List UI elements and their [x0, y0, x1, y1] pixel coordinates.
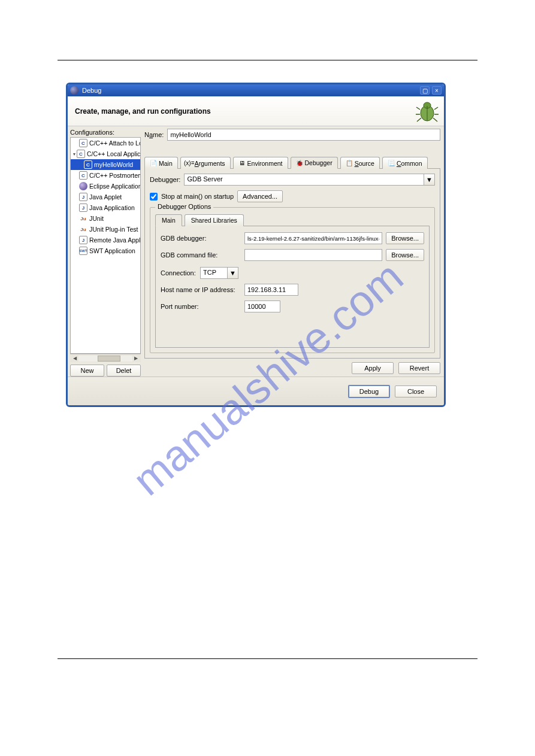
tree-item-myhelloworld[interactable]: C myHelloWorld [71, 159, 140, 170]
tree-horizontal-scrollbar[interactable]: ◀ ▶ [70, 354, 141, 362]
svg-line-7 [433, 118, 437, 122]
inner-tab-main[interactable]: Main [155, 214, 182, 226]
page-bottom-rule [58, 658, 477, 659]
debugger-select[interactable]: GDB Server ▼ [184, 174, 435, 186]
left-panel: Configurations: C C/C++ Attach to Lo ▾ C… [68, 126, 143, 377]
tree-item-c-local[interactable]: ▾ C C/C++ Local Applic [71, 148, 140, 159]
maximize-button[interactable]: ▢ [420, 86, 430, 95]
delete-button[interactable]: Delet [107, 365, 141, 377]
gdb-cmdfile-input[interactable] [244, 249, 382, 261]
tree-item-label: myHelloWorld [94, 161, 133, 168]
page-top-rule [58, 60, 477, 60]
tree-item-label: JUnit Plug-in Test [89, 226, 138, 233]
header: Create, manage, and run configurations [68, 96, 444, 126]
c-file-icon: C [79, 139, 87, 147]
host-label: Host name or IP address: [161, 286, 241, 293]
expander-icon[interactable]: ▾ [73, 151, 75, 157]
tab-common[interactable]: 📃 Common [382, 157, 428, 169]
tab-arguments[interactable]: (x)= Arguments [180, 157, 231, 169]
tree-item-c-attach[interactable]: C C/C++ Attach to Lo [71, 138, 140, 148]
close-window-button[interactable]: × [432, 86, 442, 95]
debugger-options-group: Debugger Options Main Shared Libraries G… [150, 207, 435, 353]
scroll-track[interactable] [78, 356, 132, 362]
tree-item-label: C/C++ Local Applic [87, 150, 140, 157]
gdb-debugger-label: GDB debugger: [161, 235, 241, 242]
tree-item-label: SWT Application [89, 247, 135, 254]
connection-select[interactable]: TCP ▼ [200, 267, 238, 279]
tree-item-java-applet[interactable]: J Java Applet [71, 192, 140, 202]
svg-line-6 [417, 118, 421, 122]
chevron-down-icon[interactable]: ▼ [424, 174, 434, 185]
dialog-footer: Debug Close [68, 377, 444, 405]
body: Configurations: C C/C++ Attach to Lo ▾ C… [68, 126, 444, 377]
tree-item-label: Remote Java Applic [89, 236, 141, 244]
c-file-icon: C [79, 171, 87, 180]
advanced-button[interactable]: Advanced... [237, 190, 283, 202]
header-title: Create, manage, and run configurations [75, 107, 211, 116]
gdb-cmdfile-label: GDB command file: [161, 251, 241, 259]
tree-item-label: C/C++ Attach to Lo [89, 139, 141, 147]
tab-debugger[interactable]: 🐞 Debugger [291, 157, 338, 169]
debugger-label: Debugger: [150, 176, 180, 183]
port-label: Port number: [161, 303, 241, 310]
scroll-thumb[interactable] [98, 356, 120, 362]
java-applet-icon: J [79, 193, 87, 201]
common-tab-icon: 📃 [388, 160, 395, 167]
junit-plugin-icon: Ju [79, 225, 87, 233]
tree-item-junit[interactable]: Ju JUnit [71, 213, 140, 224]
tree-item-label: JUnit [89, 215, 104, 222]
debugger-options-tabs: Main Shared Libraries [155, 214, 430, 226]
junit-icon: Ju [79, 214, 87, 223]
chevron-down-icon[interactable]: ▼ [227, 268, 238, 278]
tree-item-c-postmortem[interactable]: C C/C++ Postmortem [71, 170, 140, 181]
svg-line-2 [416, 107, 420, 110]
configurations-label: Configurations: [70, 129, 141, 136]
titlebar[interactable]: Debug ▢ × [68, 84, 444, 96]
window-title: Debug [82, 87, 101, 94]
environment-tab-icon: 🖥 [238, 160, 246, 167]
debugger-tab-content: Debugger: GDB Server ▼ Stop at main() on… [144, 169, 440, 359]
eclipse-icon [70, 86, 78, 95]
gdb-debugger-input[interactable] [244, 232, 382, 244]
tree-item-label: Eclipse Application [89, 183, 141, 190]
revert-button[interactable]: Revert [398, 362, 440, 374]
stop-at-main-checkbox[interactable] [150, 193, 158, 201]
bug-icon [415, 99, 439, 123]
java-app-icon: J [79, 204, 87, 212]
gdb-debugger-browse-button[interactable]: Browse... [386, 232, 424, 244]
tree-item-eclipse-app[interactable]: Eclipse Application [71, 181, 140, 192]
debug-button[interactable]: Debug [348, 385, 390, 398]
configurations-tree[interactable]: C C/C++ Attach to Lo ▾ C C/C++ Local App… [70, 137, 141, 354]
c-file-icon: C [77, 150, 85, 158]
tree-item-swt[interactable]: SWT SWT Application [71, 245, 140, 256]
host-input[interactable] [244, 284, 298, 296]
apply-button[interactable]: Apply [352, 362, 394, 374]
tree-item-java-app[interactable]: J Java Application [71, 202, 140, 213]
tree-item-junit-plugin[interactable]: Ju JUnit Plug-in Test [71, 224, 140, 235]
inner-tab-shared[interactable]: Shared Libraries [185, 214, 244, 226]
name-input[interactable] [167, 129, 440, 141]
close-button[interactable]: Close [395, 385, 437, 397]
svg-line-3 [434, 107, 438, 110]
c-file-icon: C [84, 160, 92, 169]
tab-environment[interactable]: 🖥 Environment [233, 157, 288, 169]
connection-label: Connection: [161, 269, 197, 277]
eclipse-icon [79, 182, 87, 190]
scroll-left-icon[interactable]: ◀ [71, 356, 78, 361]
tree-item-label: Java Application [89, 204, 135, 211]
stop-at-main-label: Stop at main() on startup [161, 193, 234, 200]
tree-item-label: Java Applet [89, 193, 122, 201]
tree-item-remote-java[interactable]: J Remote Java Applic [71, 235, 140, 245]
connection-select-value: TCP [201, 268, 227, 278]
tab-source[interactable]: 📋 Source [340, 157, 380, 169]
scroll-right-icon[interactable]: ▶ [132, 356, 140, 361]
port-input[interactable] [244, 300, 280, 312]
debugger-options-legend: Debugger Options [155, 203, 213, 210]
main-tab-icon: 📄 [150, 160, 157, 167]
config-tabs: 📄 Main (x)= Arguments 🖥 Environment 🐞 De… [144, 156, 440, 169]
tab-main[interactable]: 📄 Main [144, 157, 178, 169]
debugger-tab-icon: 🐞 [296, 159, 303, 166]
source-tab-icon: 📋 [346, 160, 353, 167]
gdb-cmdfile-browse-button[interactable]: Browse... [386, 249, 424, 261]
new-button[interactable]: New [70, 365, 104, 377]
